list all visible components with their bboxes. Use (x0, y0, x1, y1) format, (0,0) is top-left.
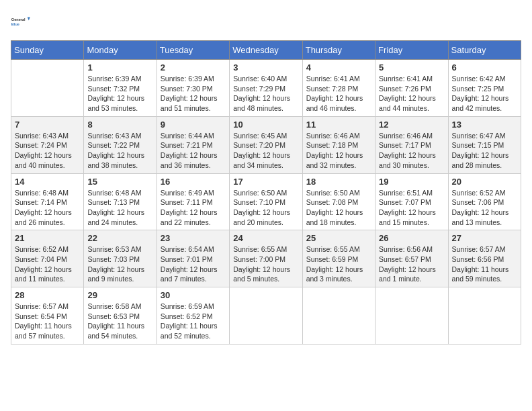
day-info: Sunrise: 6:55 AMSunset: 6:59 PMDaylight:… (306, 244, 371, 284)
day-info: Sunrise: 6:50 AMSunset: 7:10 PMDaylight:… (233, 188, 298, 228)
day-info: Sunrise: 6:56 AMSunset: 6:57 PMDaylight:… (379, 244, 444, 284)
calendar-day-cell: 5Sunrise: 6:41 AMSunset: 7:26 PMDaylight… (375, 60, 448, 117)
calendar-day-cell: 15Sunrise: 6:48 AMSunset: 7:13 PMDayligh… (84, 173, 157, 230)
day-info: Sunrise: 6:48 AMSunset: 7:14 PMDaylight:… (15, 188, 80, 228)
day-info: Sunrise: 6:54 AMSunset: 7:01 PMDaylight:… (161, 244, 226, 284)
day-number: 30 (161, 290, 226, 300)
day-info: Sunrise: 6:51 AMSunset: 7:07 PMDaylight:… (379, 188, 444, 228)
calendar-day-cell: 18Sunrise: 6:50 AMSunset: 7:08 PMDayligh… (302, 173, 375, 230)
day-number: 20 (452, 177, 517, 187)
day-number: 3 (233, 62, 298, 73)
page-header: GeneralBlue (11, 11, 521, 32)
calendar-header-cell: Thursday (302, 41, 375, 60)
calendar-day-cell (375, 287, 448, 345)
calendar-day-cell: 1Sunrise: 6:39 AMSunset: 7:32 PMDaylight… (84, 60, 157, 117)
calendar-header-cell: Sunday (11, 41, 84, 60)
day-info: Sunrise: 6:42 AMSunset: 7:25 PMDaylight:… (452, 74, 517, 113)
day-number: 9 (161, 120, 226, 130)
calendar-header-cell: Saturday (448, 41, 521, 60)
day-number: 16 (161, 177, 226, 187)
calendar-day-cell: 28Sunrise: 6:57 AMSunset: 6:54 PMDayligh… (11, 287, 84, 345)
day-info: Sunrise: 6:57 AMSunset: 6:54 PMDaylight:… (15, 302, 80, 341)
calendar-week-row: 28Sunrise: 6:57 AMSunset: 6:54 PMDayligh… (11, 287, 521, 345)
day-info: Sunrise: 6:39 AMSunset: 7:32 PMDaylight:… (87, 74, 152, 113)
day-number: 22 (87, 233, 152, 243)
calendar-week-row: 14Sunrise: 6:48 AMSunset: 7:14 PMDayligh… (11, 173, 521, 230)
calendar-day-cell: 21Sunrise: 6:52 AMSunset: 7:04 PMDayligh… (11, 230, 84, 287)
day-number: 8 (87, 120, 152, 130)
calendar-day-cell: 26Sunrise: 6:56 AMSunset: 6:57 PMDayligh… (375, 230, 448, 287)
calendar-day-cell: 9Sunrise: 6:44 AMSunset: 7:21 PMDaylight… (157, 116, 229, 173)
day-info: Sunrise: 6:45 AMSunset: 7:20 PMDaylight:… (233, 131, 298, 171)
day-info: Sunrise: 6:59 AMSunset: 6:52 PMDaylight:… (161, 302, 226, 341)
calendar-day-cell: 25Sunrise: 6:55 AMSunset: 6:59 PMDayligh… (302, 230, 375, 287)
day-number: 13 (452, 120, 517, 130)
svg-marker-2 (28, 17, 30, 21)
calendar-day-cell: 24Sunrise: 6:55 AMSunset: 7:00 PMDayligh… (230, 230, 302, 287)
day-info: Sunrise: 6:53 AMSunset: 7:03 PMDaylight:… (87, 244, 152, 284)
calendar-day-cell (302, 287, 375, 345)
calendar-day-cell (448, 287, 521, 345)
day-number: 7 (15, 120, 80, 130)
calendar-day-cell: 17Sunrise: 6:50 AMSunset: 7:10 PMDayligh… (230, 173, 302, 230)
calendar-day-cell: 7Sunrise: 6:43 AMSunset: 7:24 PMDaylight… (11, 116, 84, 173)
day-number: 29 (87, 290, 152, 300)
day-info: Sunrise: 6:41 AMSunset: 7:26 PMDaylight:… (379, 74, 444, 113)
svg-text:Blue: Blue (11, 22, 19, 26)
calendar-week-row: 21Sunrise: 6:52 AMSunset: 7:04 PMDayligh… (11, 230, 521, 287)
calendar-body: 1Sunrise: 6:39 AMSunset: 7:32 PMDaylight… (11, 60, 521, 345)
day-number: 26 (379, 233, 444, 243)
calendar-week-row: 7Sunrise: 6:43 AMSunset: 7:24 PMDaylight… (11, 116, 521, 173)
day-info: Sunrise: 6:39 AMSunset: 7:30 PMDaylight:… (161, 74, 226, 113)
calendar-day-cell: 13Sunrise: 6:47 AMSunset: 7:15 PMDayligh… (448, 116, 521, 173)
day-number: 21 (15, 233, 80, 243)
calendar-day-cell: 16Sunrise: 6:49 AMSunset: 7:11 PMDayligh… (157, 173, 229, 230)
calendar-day-cell: 10Sunrise: 6:45 AMSunset: 7:20 PMDayligh… (230, 116, 302, 173)
calendar-day-cell: 20Sunrise: 6:52 AMSunset: 7:06 PMDayligh… (448, 173, 521, 230)
day-number: 5 (379, 62, 444, 73)
calendar-day-cell: 12Sunrise: 6:46 AMSunset: 7:17 PMDayligh… (375, 116, 448, 173)
calendar-day-cell: 11Sunrise: 6:46 AMSunset: 7:18 PMDayligh… (302, 116, 375, 173)
day-number: 10 (233, 120, 298, 130)
day-info: Sunrise: 6:44 AMSunset: 7:21 PMDaylight:… (161, 131, 226, 171)
day-info: Sunrise: 6:57 AMSunset: 6:56 PMDaylight:… (452, 244, 517, 284)
calendar-day-cell: 8Sunrise: 6:43 AMSunset: 7:22 PMDaylight… (84, 116, 157, 173)
day-number: 27 (452, 233, 517, 243)
calendar-header-row: SundayMondayTuesdayWednesdayThursdayFrid… (11, 41, 521, 60)
logo: GeneralBlue (11, 11, 32, 32)
day-number: 2 (161, 62, 226, 73)
day-info: Sunrise: 6:43 AMSunset: 7:22 PMDaylight:… (87, 131, 152, 171)
day-info: Sunrise: 6:50 AMSunset: 7:08 PMDaylight:… (306, 188, 371, 228)
calendar-header-cell: Monday (84, 41, 157, 60)
day-number: 1 (87, 62, 152, 73)
day-number: 18 (306, 177, 371, 187)
svg-text:General: General (11, 17, 26, 21)
day-info: Sunrise: 6:40 AMSunset: 7:29 PMDaylight:… (233, 74, 298, 113)
day-info: Sunrise: 6:49 AMSunset: 7:11 PMDaylight:… (161, 188, 226, 228)
day-info: Sunrise: 6:58 AMSunset: 6:53 PMDaylight:… (87, 302, 152, 341)
day-number: 11 (306, 120, 371, 130)
calendar-header-cell: Tuesday (157, 41, 229, 60)
day-number: 23 (161, 233, 226, 243)
calendar-day-cell: 3Sunrise: 6:40 AMSunset: 7:29 PMDaylight… (230, 60, 302, 117)
calendar-header-cell: Wednesday (230, 41, 302, 60)
calendar-day-cell: 27Sunrise: 6:57 AMSunset: 6:56 PMDayligh… (448, 230, 521, 287)
calendar-day-cell: 19Sunrise: 6:51 AMSunset: 7:07 PMDayligh… (375, 173, 448, 230)
calendar-day-cell (11, 60, 84, 117)
day-info: Sunrise: 6:46 AMSunset: 7:17 PMDaylight:… (379, 131, 444, 171)
day-info: Sunrise: 6:52 AMSunset: 7:04 PMDaylight:… (15, 244, 80, 284)
calendar-day-cell: 30Sunrise: 6:59 AMSunset: 6:52 PMDayligh… (157, 287, 229, 345)
calendar-week-row: 1Sunrise: 6:39 AMSunset: 7:32 PMDaylight… (11, 60, 521, 117)
day-number: 28 (15, 290, 80, 300)
day-info: Sunrise: 6:55 AMSunset: 7:00 PMDaylight:… (233, 244, 298, 284)
day-info: Sunrise: 6:41 AMSunset: 7:28 PMDaylight:… (306, 74, 371, 113)
day-number: 14 (15, 177, 80, 187)
calendar-day-cell (230, 287, 302, 345)
calendar-day-cell: 23Sunrise: 6:54 AMSunset: 7:01 PMDayligh… (157, 230, 229, 287)
calendar-day-cell: 6Sunrise: 6:42 AMSunset: 7:25 PMDaylight… (448, 60, 521, 117)
day-number: 17 (233, 177, 298, 187)
day-number: 25 (306, 233, 371, 243)
day-number: 6 (452, 62, 517, 73)
day-info: Sunrise: 6:43 AMSunset: 7:24 PMDaylight:… (15, 131, 80, 171)
day-number: 24 (233, 233, 298, 243)
